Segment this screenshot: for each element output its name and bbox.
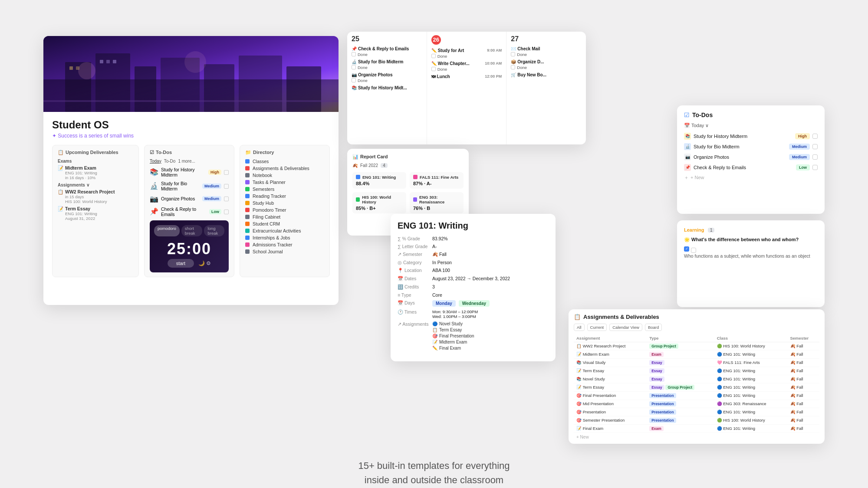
course-semester-row: ↗ Semester 🍂 Fall	[398, 252, 549, 257]
assign-3: 🎯 Final Presentation	[432, 334, 474, 338]
assignments-data-table: Assignment Type Class Semester 📋 WW2 Res…	[574, 334, 819, 433]
rc-eng303: ENG 303: Renaissance 76% · B	[410, 192, 464, 213]
student-os-card: Student OS ✦ Success is a series of smal…	[43, 36, 339, 305]
upcoming-deliverables-panel: 📋 Upcoming Deliverables Exams 📝 Midterm …	[52, 145, 139, 277]
svg-rect-8	[286, 66, 321, 112]
dir-journal[interactable]: School Journal	[245, 249, 324, 254]
assignments-table-title: 📋 Assignments & Deliverables	[574, 314, 819, 320]
course-card: ENG 101: Writing ∑ % Grade 83.92% ∑ Lett…	[391, 214, 556, 361]
todos-main-card: ☑ To-Dos 📅 Today ∨ 📚 Study for History M…	[677, 105, 825, 214]
calendar-day-27: 27 ✉️ Check Mail Done 📦 Organize D... Do…	[506, 32, 586, 144]
dir-internships[interactable]: Internships & Jobs	[245, 235, 324, 240]
course-times-row: 🕐 Times Mon: 9:30AM – 12:00PMWed: 1:00PM…	[398, 309, 549, 319]
tagline-line1: 15+ built-in templates for everything	[43, 459, 825, 473]
svg-rect-9	[69, 66, 73, 70]
student-os-title: Student OS	[52, 119, 330, 131]
todos-new-button[interactable]: ＋ + New	[684, 174, 818, 181]
pomodoro-tabs: pomodoro short break long break	[154, 225, 224, 236]
day-27-number: 27	[511, 35, 582, 43]
card-body: Student OS ✦ Success is a series of smal…	[43, 112, 339, 284]
dir-notebook[interactable]: Notebook	[245, 173, 324, 178]
header-illustration	[43, 36, 339, 112]
calendar-day-26: 26 ✏️ Study for Art 9:00 AM Done ✏️ Writ…	[427, 32, 507, 144]
assignments-table-card: 📋 Assignments & Deliverables All Current…	[569, 309, 825, 444]
todos-panel: ☑ To-Dos Today To-Do 1 more... 📚 Study f…	[144, 145, 234, 277]
dir-pomodoro[interactable]: Pomodoro Timer	[245, 207, 324, 213]
cal-event-buy: 🛒 Buy New Bo...	[511, 72, 582, 77]
todo-item-3: 📷 Organize Photos Medium	[150, 195, 229, 203]
dir-extracurricular[interactable]: Extracurricular Activities	[245, 228, 324, 233]
student-os-header-image	[43, 36, 339, 112]
learning-question: 🌟 What's the difference between who and …	[684, 237, 818, 242]
filter-calendar[interactable]: Calendar View	[609, 324, 642, 331]
todo-item-4: 📌 Check & Reply to Emails Low	[150, 206, 229, 217]
course-category-row: ◎ Category In Person	[398, 260, 549, 265]
course-location-row: 📍 Location ABA 100	[398, 268, 549, 273]
dir-semesters[interactable]: Semesters	[245, 187, 324, 192]
main-container: Student OS ✦ Success is a series of smal…	[43, 27, 825, 461]
assign-1: 🔵 Novel Study	[432, 321, 474, 326]
dir-tasks[interactable]: Tasks & Planner	[245, 180, 324, 185]
course-grade-row: ∑ % Grade 83.92%	[398, 236, 549, 241]
directory-title: 📁 Directory	[245, 150, 324, 155]
assignments-filters: All Current Calendar View Board	[574, 324, 819, 331]
pomo-icons: 🌙 ⚙	[198, 260, 211, 266]
pomodoro-start-button[interactable]: start	[168, 259, 194, 268]
todos-main-item-1: 📚 Study for History Midterm High	[684, 133, 818, 140]
course-type-row: ≡ Type Core	[398, 292, 549, 298]
cal-event-emails: 📌 Check & Reply to Emails Done	[352, 46, 422, 57]
filter-board[interactable]: Board	[645, 324, 662, 331]
cal-event-photos: 📷 Organize Photos Done	[352, 72, 422, 83]
dir-assignments[interactable]: Assignments & Deliverables	[245, 166, 324, 171]
cal-event-bio: 🔬 Study for Bio Midterm Done	[352, 59, 422, 70]
dir-study[interactable]: Study Hub	[245, 200, 324, 206]
assign-5: ✏️ Final Exam	[432, 346, 474, 350]
cal-event-organize: 📦 Organize D... Done	[511, 59, 582, 70]
svg-rect-7	[239, 56, 282, 112]
day-25-number: 25	[352, 35, 422, 43]
table-row: 📋 WW2 Research Project Group Project 🟢 H…	[574, 342, 819, 350]
svg-point-14	[78, 62, 95, 79]
learning-section-header: Learning 1	[684, 226, 818, 233]
todos-main-header: ☑ To-Dos	[684, 111, 818, 118]
todos-today[interactable]: 📅 Today ∨	[684, 123, 818, 128]
todo-item-1: 📚 Study for History Midterm High	[150, 167, 229, 177]
exam-item-1: 📝 Midterm Exam ENG 101: Writing in 16 da…	[58, 165, 133, 180]
pomodoro-timer: 25:00	[167, 240, 211, 258]
filter-all[interactable]: All	[574, 324, 585, 331]
rc-fals111: FALS 111: Fine Arts 87% · A-	[410, 172, 464, 189]
dir-reading[interactable]: Reading Tracker	[245, 193, 324, 199]
dir-admissions[interactable]: Admissions Tracker	[245, 242, 324, 247]
assign-4: 📝 Midterm Exam	[432, 340, 474, 344]
svg-rect-16	[43, 100, 339, 102]
svg-point-15	[184, 51, 206, 73]
assignments-new-button[interactable]: + New	[574, 435, 819, 439]
learning-check: ✓	[684, 245, 818, 253]
cal-event-chapter: ✏️ Write Chapter... 10:00 AM Done	[431, 61, 502, 72]
dir-filing[interactable]: Filing Cabinet	[245, 214, 324, 219]
dir-crm[interactable]: Student CRM	[245, 221, 324, 226]
student-os-subtitle: ✦ Success is a series of small wins	[52, 133, 330, 139]
dir-classes[interactable]: Classes	[245, 159, 324, 164]
upcoming-deliverables-title: 📋 Upcoming Deliverables	[58, 150, 133, 155]
filter-current[interactable]: Current	[587, 324, 607, 331]
report-card-header: 📊 Report Card	[352, 154, 464, 160]
assign-2: 📋 Term Essay	[432, 328, 474, 332]
svg-rect-13	[113, 60, 116, 63]
svg-rect-6	[204, 64, 234, 112]
todos-main-item-2: 🔬 Study for Bio Midterm Medium	[684, 143, 818, 150]
pomodoro-panel: pomodoro short break long break 25:00 st…	[150, 220, 229, 272]
col-semester: Semester	[788, 334, 820, 342]
course-dates-row: 📅 Dates August 23, 2022 → December 3, 20…	[398, 276, 549, 282]
table-row: 🎯 Final Presentation Presentation 🔵 ENG …	[574, 391, 819, 400]
assignment-item-2: 📝 Term Essay ENG 101: Writing August 31,…	[58, 206, 133, 221]
todos-main-item-3: 📷 Organize Photos Medium	[684, 154, 818, 160]
cal-event-history: 📚 Study for History Midt...	[352, 85, 422, 90]
svg-rect-4	[135, 66, 156, 112]
card-panels: 📋 Upcoming Deliverables Exams 📝 Midterm …	[52, 145, 330, 277]
calendar-day-25: 25 📌 Check & Reply to Emails Done 🔬 Stud…	[347, 32, 427, 144]
directory-panel: 📁 Directory Classes Assignments & Delive…	[240, 145, 330, 277]
assignments-label: Assignments ∨	[58, 183, 133, 187]
report-card-grid: ENG 101: Writing 88.4% FALS 111: Fine Ar…	[352, 172, 464, 213]
rc-his100: HIS 100: World History 85% · B+	[352, 192, 406, 213]
